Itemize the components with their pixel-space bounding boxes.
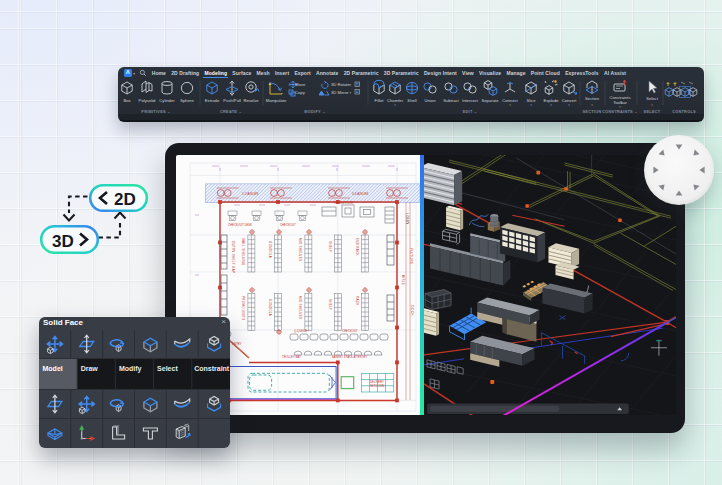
svg-text:▾: ▾	[550, 103, 552, 107]
svg-text:1-2 AISLES: 1-2 AISLES	[242, 192, 258, 196]
svg-text:Union: Union	[425, 98, 437, 103]
svg-text:▾: ▾	[568, 103, 570, 107]
svg-text:SETDOWN: SETDOWN	[370, 384, 384, 388]
svg-text:MID SHELVES: MID SHELVES	[298, 296, 302, 319]
svg-text:▾: ▾	[651, 103, 653, 107]
svg-text:Sphere: Sphere	[180, 98, 194, 103]
svg-text:2D: 2D	[114, 190, 136, 209]
svg-text:SHELF: SHELF	[328, 241, 332, 252]
svg-text:Model: Model	[43, 365, 63, 372]
svg-text:TROLLEY BAY: TROLLEY BAY	[282, 355, 301, 359]
svg-text:Fillet: Fillet	[375, 98, 385, 103]
svg-text:Separate: Separate	[482, 98, 500, 103]
svg-text:▾: ▾	[591, 103, 593, 107]
svg-text:SECTION: SECTION	[583, 110, 602, 114]
svg-text:3D Rotate: 3D Rotate	[331, 82, 351, 87]
svg-text:PRIMITIVES ⌄: PRIMITIVES ⌄	[141, 110, 170, 114]
svg-text:MODIFY ⌄: MODIFY ⌄	[304, 110, 325, 114]
svg-text:Constraint: Constraint	[194, 365, 230, 372]
svg-text:FITTING ROOM: FITTING ROOM	[334, 201, 353, 205]
svg-text:CONSTRAINTS ⌄: CONSTRAINTS ⌄	[602, 110, 638, 114]
svg-text:LOBBY: LOBBY	[405, 213, 409, 225]
svg-text:Subtract: Subtract	[443, 98, 459, 103]
svg-text:Intersect: Intersect	[462, 98, 479, 103]
svg-text:SELECT: SELECT	[644, 110, 661, 114]
svg-text:▾: ▾	[619, 105, 621, 109]
svg-text:Revolve: Revolve	[243, 98, 259, 103]
svg-text:Extrude: Extrude	[205, 98, 220, 103]
svg-text:PROMO UNITS: PROMO UNITS	[241, 296, 245, 320]
svg-text:BASKET STACK AT ENTRY: BASKET STACK AT ENTRY	[332, 355, 367, 359]
svg-text:AISLE: AISLE	[401, 275, 405, 285]
svg-text:Q-QUEUE: Q-QUEUE	[294, 329, 307, 333]
svg-text:Move: Move	[295, 82, 306, 87]
svg-text:Draw: Draw	[81, 365, 99, 372]
svg-text:CHECKOUT DESK: CHECKOUT DESK	[228, 223, 252, 227]
svg-text:FIXTURE: FIXTURE	[409, 248, 413, 265]
svg-text:Copy: Copy	[295, 90, 306, 95]
svg-text:3-4 AISLES: 3-4 AISLES	[352, 192, 368, 196]
svg-text:Shell: Shell	[407, 98, 416, 103]
svg-text:CREATE ⌄: CREATE ⌄	[220, 110, 242, 114]
svg-text:RACK: RACK	[355, 296, 359, 306]
svg-text:▾: ▾	[350, 83, 352, 87]
svg-text:GONDOLA: GONDOLA	[268, 299, 272, 316]
svg-text:MID SHELVES: MID SHELVES	[298, 238, 302, 261]
svg-text:Select: Select	[646, 96, 658, 101]
svg-text:Toolbar: Toolbar	[613, 100, 627, 105]
svg-text:EDIT ⌄: EDIT ⌄	[463, 110, 478, 114]
svg-text:Cylinder: Cylinder	[159, 98, 175, 103]
svg-text:END RACK: END RACK	[355, 238, 359, 256]
svg-text:CONTROLS: CONTROLS	[672, 110, 696, 114]
svg-text:▾: ▾	[530, 103, 532, 107]
svg-text:▾: ▾	[350, 91, 352, 95]
svg-text:▾: ▾	[509, 103, 511, 107]
svg-text:WALL SHELVING: WALL SHELVING	[241, 238, 245, 266]
svg-text:3D Mirror: 3D Mirror	[331, 90, 349, 95]
svg-text:CHECKOUT: CHECKOUT	[280, 223, 296, 227]
svg-text:▾: ▾	[394, 103, 396, 107]
svg-text:ENTRY SHELF GAP: ENTRY SHELF GAP	[231, 241, 235, 273]
svg-text:Select: Select	[157, 365, 178, 372]
svg-text:Section: Section	[585, 96, 600, 101]
svg-text:SHELF: SHELF	[328, 299, 332, 310]
svg-text:GONDOLA: GONDOLA	[268, 241, 272, 258]
svg-text:Polysolid: Polysolid	[139, 98, 156, 103]
svg-text:DOCK: DOCK	[410, 305, 414, 316]
svg-text:Push/Pull: Push/Pull	[223, 98, 241, 103]
svg-text:Box: Box	[123, 98, 131, 103]
svg-text:3D: 3D	[52, 232, 74, 251]
svg-text:CHECKOUT: CHECKOUT	[342, 329, 358, 333]
svg-text:Manipulate: Manipulate	[266, 98, 287, 103]
svg-text:Modify: Modify	[119, 365, 142, 373]
